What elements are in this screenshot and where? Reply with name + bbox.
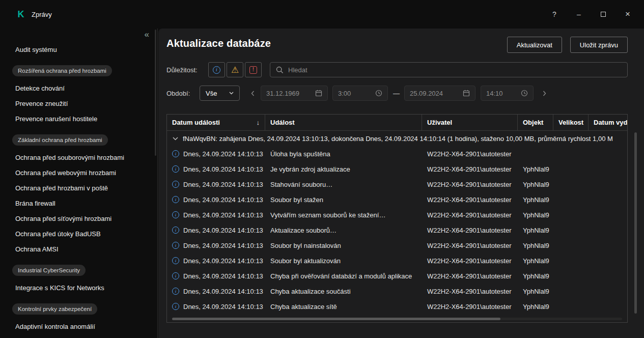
time-to-field[interactable]: 14:10 xyxy=(481,86,534,101)
sidebar-section-badge: Rozšířená ochrana před hrozbami xyxy=(12,65,112,76)
column-header-release-date[interactable]: Datum vyd xyxy=(589,115,627,130)
column-header-date[interactable]: Datum události ↓ xyxy=(167,115,265,130)
previous-period-button[interactable] xyxy=(249,91,256,96)
column-header-user[interactable]: Uživatel xyxy=(422,115,518,130)
event-release-date xyxy=(589,284,627,299)
event-date-cell: iDnes, 24.09.2024 14:10:13 xyxy=(167,268,265,284)
event-user: W22H2-X64-2901\autotester xyxy=(422,299,518,314)
sidebar-item[interactable]: Adaptivní kontrola anomálií xyxy=(0,319,157,334)
search-box[interactable] xyxy=(270,62,628,77)
sidebar-scrollbar[interactable] xyxy=(155,30,156,156)
search-input[interactable] xyxy=(288,66,622,74)
event-date: Dnes, 24.09.2024 14:10:13 xyxy=(183,227,263,234)
event-release-date xyxy=(589,222,627,238)
sidebar-item[interactable]: Ochrana před útoky BadUSB xyxy=(0,226,157,241)
sidebar-item[interactable]: Kontrola aplikací xyxy=(0,334,157,338)
importance-critical-button[interactable]: ! xyxy=(245,62,262,77)
horizontal-scrollbar-thumb[interactable] xyxy=(172,318,500,320)
column-header-date-label: Datum události xyxy=(172,119,220,126)
next-period-button[interactable] xyxy=(541,91,548,96)
event-date-cell: iDnes, 24.09.2024 14:10:13 xyxy=(167,238,265,253)
sidebar-item[interactable]: Ochrana před souborovými hrozbami xyxy=(0,150,157,165)
event-date-cell: iDnes, 24.09.2024 14:10:13 xyxy=(167,177,265,192)
sidebar-item[interactable]: Ochrana AMSI xyxy=(0,241,157,257)
help-button[interactable]: ? xyxy=(542,4,567,24)
importance-warning-button[interactable]: ⚠ xyxy=(227,62,243,77)
update-button[interactable]: Aktualizovat xyxy=(507,37,562,53)
event-size xyxy=(553,207,589,222)
page-title: Aktualizace databáze xyxy=(166,37,271,49)
sidebar-section-badge: Industrial CyberSecurity xyxy=(12,265,86,276)
column-header-event[interactable]: Událost xyxy=(265,115,422,130)
event-release-date xyxy=(589,177,627,192)
time-from-value: 3:00 xyxy=(338,90,351,97)
event-user: W22H2-X64-2901\autotester xyxy=(422,161,518,177)
date-from-field[interactable]: 31.12.1969 xyxy=(261,86,328,101)
event-object xyxy=(518,146,553,161)
group-row[interactable]: fNaWqvBN: zahájena Dnes, 24.09.2024 13:1… xyxy=(167,131,627,146)
minimize-button[interactable]: – xyxy=(567,4,591,24)
event-row[interactable]: iDnes, 24.09.2024 14:10:13Úloha byla spu… xyxy=(167,146,627,161)
event-size xyxy=(553,238,589,253)
period-label: Období: xyxy=(166,90,200,97)
event-object: YphNlal9 xyxy=(518,161,553,177)
clock-icon xyxy=(375,90,382,97)
period-dropdown[interactable]: Vše xyxy=(200,86,240,101)
sidebar-item[interactable]: Ochrana před síťovými hrozbami xyxy=(0,211,157,226)
horizontal-scrollbar-track[interactable] xyxy=(172,318,622,320)
event-name: Chyba aktualizace součásti xyxy=(265,284,422,299)
calendar-icon xyxy=(463,90,470,97)
event-row[interactable]: iDnes, 24.09.2024 14:10:13Soubor byl nai… xyxy=(167,238,627,253)
sidebar-item[interactable]: Integrace s KICS for Networks xyxy=(0,280,157,295)
event-object: YphNlal9 xyxy=(518,192,553,207)
sidebar-item[interactable]: Detekce chování xyxy=(0,80,157,96)
sidebar-item[interactable]: Prevence narušení hostitele xyxy=(0,111,157,126)
event-row[interactable]: iDnes, 24.09.2024 14:10:13Soubor byl akt… xyxy=(167,253,627,268)
warning-icon: ⚠ xyxy=(231,66,239,74)
info-icon: i xyxy=(172,303,179,310)
vertical-scrollbar[interactable] xyxy=(634,132,637,314)
event-row[interactable]: iDnes, 24.09.2024 14:10:13Aktualizace so… xyxy=(167,222,627,238)
info-icon: i xyxy=(172,211,179,218)
event-object: YphNlal9 xyxy=(518,268,553,284)
event-release-date xyxy=(589,253,627,268)
event-row[interactable]: iDnes, 24.09.2024 14:10:13Vytvářím sezna… xyxy=(167,207,627,222)
event-user: W22H2-X64-2901\autotester xyxy=(422,146,518,161)
column-header-size[interactable]: Velikost xyxy=(553,115,589,130)
maximize-button[interactable] xyxy=(591,4,615,24)
event-release-date xyxy=(589,207,627,222)
sidebar-item[interactable]: Brána firewall xyxy=(0,195,157,211)
event-row[interactable]: iDnes, 24.09.2024 14:10:13Stahování soub… xyxy=(167,177,627,192)
date-to-field[interactable]: 25.09.2024 xyxy=(404,86,475,101)
event-date-cell: iDnes, 24.09.2024 14:10:13 xyxy=(167,253,265,268)
table-header: Datum události ↓ Událost Uživatel Objekt… xyxy=(167,115,627,131)
calendar-icon xyxy=(315,90,322,97)
importance-info-button[interactable]: i xyxy=(208,62,225,77)
event-date-cell: iDnes, 24.09.2024 14:10:13 xyxy=(167,146,265,161)
period-filter-row: Období: Vše 31.12.1969 3:00 — xyxy=(158,77,644,101)
close-button[interactable]: × xyxy=(615,4,640,24)
importance-filter-row: Důležitost: i ⚠ ! xyxy=(158,53,644,77)
event-date: Dnes, 24.09.2024 14:10:13 xyxy=(183,165,263,173)
date-from-value: 31.12.1969 xyxy=(266,90,299,97)
event-row[interactable]: iDnes, 24.09.2024 14:10:13Chyba aktualiz… xyxy=(167,284,627,299)
column-header-object[interactable]: Objekt xyxy=(518,115,553,130)
sidebar-item[interactable]: Ochrana před hrozbami v poště xyxy=(0,180,157,195)
event-row[interactable]: iDnes, 24.09.2024 14:10:13Je vybrán zdro… xyxy=(167,161,627,177)
event-row[interactable]: iDnes, 24.09.2024 14:10:13Soubor byl sta… xyxy=(167,192,627,207)
sidebar-collapse-button[interactable]: « xyxy=(145,30,149,41)
titlebar: K Zprávy ? – × xyxy=(0,0,644,29)
sidebar-item[interactable]: Prevence zneužití xyxy=(0,96,157,111)
event-row[interactable]: iDnes, 24.09.2024 14:10:13Chyba při ověř… xyxy=(167,268,627,284)
event-row[interactable]: iDnes, 24.09.2024 14:10:13Chyba aktualiz… xyxy=(167,299,627,314)
header-actions: Aktualizovat Uložit zprávu xyxy=(507,37,628,53)
event-name: Soubor byl aktualizován xyxy=(265,253,422,268)
event-object: YphNlal9 xyxy=(518,238,553,253)
event-release-date xyxy=(589,192,627,207)
sidebar-item[interactable]: Audit systému xyxy=(0,42,157,57)
time-from-field[interactable]: 3:00 xyxy=(332,86,388,101)
event-date: Dnes, 24.09.2024 14:10:13 xyxy=(183,303,263,311)
sidebar-item[interactable]: Ochrana před webovými hrozbami xyxy=(0,165,157,180)
save-report-button[interactable]: Uložit zprávu xyxy=(570,37,628,53)
info-icon: i xyxy=(172,196,179,203)
